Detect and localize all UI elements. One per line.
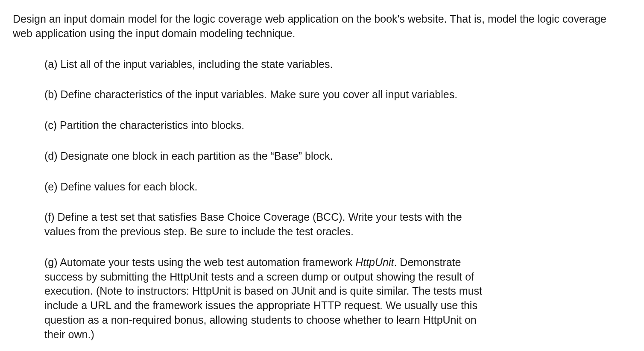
subquestion-text: Define characteristics of the input vari… [61, 88, 458, 100]
subquestion-text: Designate one block in each partition as… [61, 150, 333, 162]
subquestion-list: (a) List all of the input variables, inc… [13, 57, 495, 342]
subquestion-text: Define values for each block. [61, 181, 198, 193]
subquestion-text-after: . Demonstrate success by submitting the … [44, 256, 482, 340]
subquestion-text: Define a test set that satisfies Base Ch… [44, 211, 462, 237]
subquestion-c: (c) Partition the characteristics into b… [44, 118, 495, 133]
subquestion-text-before: Automate your tests using the web test a… [60, 256, 355, 268]
subquestion-d: (d) Designate one block in each partitio… [44, 149, 495, 164]
subquestion-label: (a) [44, 58, 61, 70]
subquestion-label: (e) [44, 181, 61, 193]
subquestion-label: (f) [44, 211, 58, 223]
subquestion-text: Partition the characteristics into block… [60, 119, 244, 131]
subquestion-g: (g) Automate your tests using the web te… [44, 255, 495, 342]
subquestion-b: (b) Define characteristics of the input … [44, 88, 495, 102]
subquestion-a: (a) List all of the input variables, inc… [44, 57, 495, 72]
subquestion-emphasis: HttpUnit [355, 256, 394, 268]
subquestion-text: List all of the input variables, includi… [61, 58, 333, 70]
subquestion-label: (d) [44, 150, 61, 162]
subquestion-label: (g) [44, 256, 60, 268]
subquestion-f: (f) Define a test set that satisfies Bas… [44, 210, 495, 239]
subquestion-label: (c) [44, 119, 60, 131]
question-intro: Design an input domain model for the log… [13, 12, 628, 41]
subquestion-e: (e) Define values for each block. [44, 180, 495, 194]
subquestion-label: (b) [44, 88, 61, 100]
